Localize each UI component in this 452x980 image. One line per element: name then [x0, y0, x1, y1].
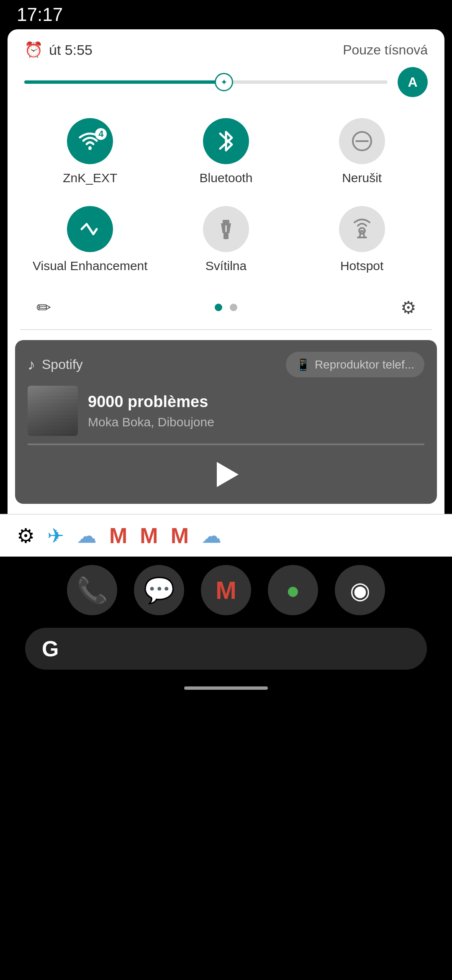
- song-artist: Moka Boka, Diboujone: [88, 415, 424, 429]
- page-dots: [215, 304, 237, 311]
- tile-wifi-circle: 4: [67, 118, 113, 164]
- media-top-row: ♪ Spotify 📱 Reproduktor telef...: [28, 352, 424, 377]
- notif-gmail1-icon: M: [109, 523, 127, 548]
- brightness-fill: [24, 80, 224, 84]
- media-content-row: 9000 problèmes Moka Boka, Diboujone: [28, 386, 424, 436]
- camera-icon: ◉: [350, 577, 370, 604]
- edit-button[interactable]: ✏: [28, 292, 59, 322]
- song-info: 9000 problèmes Moka Boka, Diboujone: [88, 393, 424, 429]
- tile-flashlight-circle: [203, 206, 249, 252]
- quick-tiles-grid: 4 ZnK_EXT Bluetooth Nerušit: [8, 106, 444, 286]
- divider: [20, 329, 432, 330]
- brightness-slider[interactable]: ✦: [24, 80, 388, 84]
- shade-toolbar: ✏ ⚙: [8, 286, 444, 329]
- tile-dnd-circle: [339, 118, 385, 164]
- tile-visual-circle: [67, 206, 113, 252]
- play-button[interactable]: [209, 458, 243, 491]
- tile-bluetooth-label: Bluetooth: [200, 171, 253, 185]
- status-time: 17:17: [17, 4, 63, 25]
- search-bar[interactable]: G: [25, 628, 427, 670]
- page-dot-2: [230, 304, 237, 311]
- notif-cloud2-icon: ☁: [201, 524, 221, 547]
- dock-messages-icon[interactable]: 💬: [134, 565, 184, 615]
- music-note-icon: ♪: [28, 356, 35, 374]
- gmail-dock-icon: M: [216, 576, 236, 605]
- tile-hotspot[interactable]: Hotspot: [296, 198, 428, 281]
- dock-row: 📞 💬 M ● ◉: [0, 557, 452, 619]
- notif-gmail3-icon: M: [171, 523, 189, 548]
- flashlight-svg-icon: [217, 217, 235, 242]
- progress-fill: [28, 444, 424, 445]
- dock-gmail-icon[interactable]: M: [201, 565, 251, 615]
- notif-telegram-icon: ✈: [47, 524, 64, 547]
- media-app-info: ♪ Spotify: [28, 356, 83, 374]
- notif-cloud1-icon: ☁: [77, 524, 97, 547]
- phone-icon: 📞: [77, 575, 108, 605]
- messages-icon: 💬: [144, 575, 175, 605]
- tile-visual-label: Visual Enhancement: [33, 259, 148, 273]
- media-app-name: Spotify: [42, 357, 83, 372]
- notif-bar: ⚙ ✈ ☁ M M M ☁: [0, 514, 452, 557]
- tile-wifi[interactable]: 4 ZnK_EXT: [24, 110, 156, 193]
- brightness-sun-icon: ✦: [221, 77, 228, 87]
- hotspot-svg-icon: [349, 217, 375, 241]
- notif-settings-icon: ⚙: [17, 524, 35, 547]
- brightness-row: ✦ A: [8, 63, 444, 106]
- home-area: 📞 💬 M ● ◉ G: [0, 557, 452, 715]
- google-g-icon: G: [42, 636, 59, 661]
- play-controls: [28, 458, 424, 491]
- dock-phone-icon[interactable]: 📞: [67, 565, 117, 615]
- tile-dnd-label: Nerušit: [342, 171, 382, 185]
- chrome-icon: ●: [286, 577, 300, 604]
- auto-brightness-btn[interactable]: A: [398, 67, 428, 97]
- alarm-icon: ⏰: [24, 41, 43, 59]
- tile-flashlight-label: Svítilna: [205, 259, 247, 273]
- alarm-text: út 5:55: [49, 42, 92, 58]
- tile-visual[interactable]: Visual Enhancement: [24, 198, 156, 281]
- svg-rect-3: [223, 220, 229, 223]
- media-card: ♪ Spotify 📱 Reproduktor telef... 9000 pr…: [15, 340, 437, 504]
- dock-chrome-icon[interactable]: ●: [268, 565, 318, 615]
- tile-bluetooth[interactable]: Bluetooth: [160, 110, 292, 193]
- notif-gmail2-icon: M: [140, 523, 158, 548]
- tile-bluetooth-circle: [203, 118, 249, 164]
- play-triangle-icon: [217, 462, 239, 487]
- tile-hotspot-label: Hotspot: [340, 259, 383, 273]
- settings-button[interactable]: ⚙: [393, 292, 424, 322]
- dnd-svg-icon: [350, 129, 374, 153]
- song-title: 9000 problèmes: [88, 393, 424, 411]
- page-dot-1: [215, 304, 222, 311]
- alarm-info: ⏰ út 5:55: [24, 41, 92, 59]
- shade-top-bar: ⏰ út 5:55 Pouze tísnová: [8, 29, 444, 63]
- dock-camera-icon[interactable]: ◉: [335, 565, 385, 615]
- visual-svg-icon: [78, 217, 102, 241]
- bluetooth-svg-icon: [217, 129, 235, 154]
- tile-dnd[interactable]: Nerušit: [296, 110, 428, 193]
- output-label: Reproduktor telef...: [315, 358, 414, 371]
- svg-rect-5: [223, 233, 229, 239]
- tile-hotspot-circle: [339, 206, 385, 252]
- album-art: [28, 386, 78, 436]
- status-bar: 17:17: [0, 0, 452, 29]
- output-button[interactable]: 📱 Reproduktor telef...: [286, 352, 424, 377]
- svg-point-0: [88, 147, 92, 150]
- tile-wifi-label: ZnK_EXT: [63, 171, 117, 185]
- notification-shade: ⏰ út 5:55 Pouze tísnová ✦ A: [8, 29, 444, 514]
- brightness-thumb: ✦: [215, 73, 233, 91]
- wifi-badge: 4: [95, 128, 107, 140]
- progress-bar[interactable]: [28, 444, 424, 445]
- phone-speaker-icon: 📱: [296, 358, 311, 371]
- tile-flashlight[interactable]: Svítilna: [160, 198, 292, 281]
- dnd-status-text: Pouze tísnová: [343, 42, 428, 58]
- album-art-image: [28, 386, 78, 436]
- home-indicator[interactable]: [184, 686, 268, 690]
